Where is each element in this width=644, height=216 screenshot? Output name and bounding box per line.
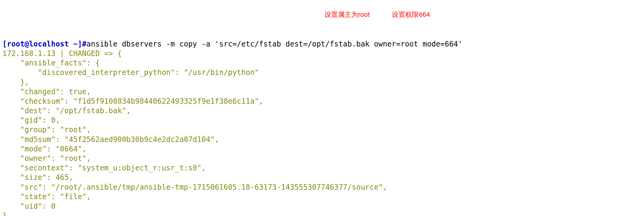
output-line: "dest": "/opt/fstab.bak", <box>2 106 131 115</box>
command-text: ansible dbservers -m copy -a 'src=/etc/f… <box>87 40 462 48</box>
output-line: "checksum": "f1d5f9100834b98440622493325… <box>2 97 264 106</box>
output-line: "group": "root", <box>2 125 91 134</box>
prompt-bracket-close: ]# <box>78 40 87 48</box>
prompt-bracket: [ <box>2 40 7 48</box>
output-line: "md5sum": "45f2562aed900b30b9c4e2dc2a07d… <box>2 135 219 144</box>
result-header: 172.168.1.13 | CHANGED => { <box>2 49 122 58</box>
prompt-userhost: root@localhost ~ <box>7 40 77 48</box>
annotation-owner: 设置属主为root <box>324 10 370 19</box>
output-line: "gid": 0, <box>2 116 60 125</box>
output-line: "owner": "root", <box>2 154 91 163</box>
output-line: "src": "/root/.ansible/tmp/ansible-tmp-1… <box>2 183 387 192</box>
output-line: "secontext": "system_u:object_r:usr_t:s0… <box>2 164 206 172</box>
output-line: "ansible_facts": { <box>2 59 100 67</box>
output-line: "size": 465, <box>2 173 73 182</box>
output-line: } <box>2 211 7 216</box>
annotation-mode: 设置权限664 <box>392 10 430 19</box>
output-line: }, <box>2 78 29 87</box>
output-line: "uid": 0 <box>2 202 55 210</box>
output-line: "state": "file", <box>2 192 91 201</box>
output-line: "changed": true, <box>2 88 91 96</box>
terminal-output: [root@localhost ~]#ansible dbservers -m … <box>2 39 642 216</box>
output-line: "mode": "0664", <box>2 145 87 153</box>
output-line: "discovered_interpreter_python": "/usr/b… <box>2 68 259 77</box>
